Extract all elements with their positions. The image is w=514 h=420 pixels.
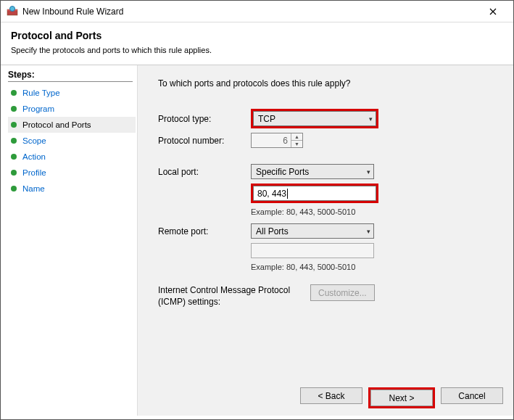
bullet-icon	[11, 186, 17, 192]
highlight-next: Next >	[368, 387, 435, 408]
bullet-icon	[11, 170, 17, 176]
cancel-button-label: Cancel	[458, 391, 485, 401]
step-label: Program	[22, 104, 54, 113]
step-profile[interactable]: Profile	[8, 165, 136, 181]
spinner-arrows: ▲ ▼	[291, 133, 302, 147]
next-button-label: Next >	[389, 393, 414, 403]
local-port-input[interactable]: 80, 443	[253, 186, 376, 201]
local-port-value: 80, 443	[257, 189, 286, 199]
local-port-mode: Specific Ports	[256, 167, 309, 177]
bullet-icon	[11, 138, 17, 144]
step-label: Name	[22, 184, 45, 193]
back-button[interactable]: < Back	[300, 387, 362, 404]
remote-port-label: Remote port:	[158, 226, 251, 236]
svg-point-2	[10, 6, 15, 11]
protocol-number-value: 6	[256, 136, 291, 146]
remote-port-mode: All Ports	[256, 226, 289, 236]
cancel-button[interactable]: Cancel	[441, 387, 503, 404]
remote-port-example: Example: 80, 443, 5000-5010	[251, 263, 499, 271]
customize-button-label: Customize...	[318, 288, 367, 298]
customize-button: Customize...	[310, 284, 375, 301]
step-rule-type[interactable]: Rule Type	[8, 85, 136, 101]
bullet-icon	[11, 122, 17, 128]
spinner-down-icon: ▼	[291, 141, 302, 147]
highlight-local-port-value: 80, 443	[251, 184, 378, 203]
step-label: Scope	[22, 136, 46, 145]
local-port-example: Example: 80, 443, 5000-5010	[251, 207, 499, 216]
step-label: Profile	[22, 168, 46, 177]
step-scope[interactable]: Scope	[8, 133, 136, 149]
protocol-number-label: Protocol number:	[158, 136, 251, 146]
step-label: Action	[22, 152, 46, 161]
chevron-down-icon: ▾	[367, 168, 370, 176]
remote-port-input	[251, 243, 374, 258]
step-label: Rule Type	[22, 88, 60, 97]
protocol-number-spinner: 6 ▲ ▼	[251, 133, 303, 148]
main-prompt: To which ports and protocols does this r…	[158, 78, 499, 88]
step-name[interactable]: Name	[8, 181, 136, 197]
window-title: New Inbound Rule Wizard	[22, 7, 478, 17]
back-button-label: < Back	[318, 391, 344, 401]
bullet-icon	[11, 154, 17, 160]
page-description: Specify the protocols and ports to which…	[11, 46, 503, 54]
protocol-type-value: TCP	[258, 114, 275, 124]
remote-port-combo[interactable]: All Ports ▾	[251, 223, 374, 239]
bullet-icon	[11, 90, 17, 96]
step-protocol-and-ports[interactable]: Protocol and Ports	[8, 117, 136, 133]
steps-heading: Steps:	[8, 70, 133, 82]
next-button[interactable]: Next >	[370, 390, 433, 406]
chevron-down-icon: ▾	[369, 115, 373, 123]
local-port-combo[interactable]: Specific Ports ▾	[251, 164, 374, 179]
step-label: Protocol and Ports	[22, 120, 91, 129]
step-action[interactable]: Action	[8, 149, 136, 165]
icmp-label: Internet Control Message Protocol (ICMP)…	[158, 284, 310, 308]
protocol-type-label: Protocol type:	[158, 114, 251, 124]
firewall-icon	[7, 6, 18, 17]
protocol-type-combo[interactable]: TCP ▾	[253, 111, 376, 126]
close-button[interactable]	[478, 1, 507, 22]
step-program[interactable]: Program	[8, 101, 136, 117]
page-title: Protocol and Ports	[11, 30, 503, 41]
spinner-up-icon: ▲	[291, 133, 302, 141]
bullet-icon	[11, 106, 17, 112]
chevron-down-icon: ▾	[367, 228, 370, 235]
local-port-label: Local port:	[158, 167, 251, 177]
highlight-protocol-type: TCP ▾	[251, 109, 378, 128]
